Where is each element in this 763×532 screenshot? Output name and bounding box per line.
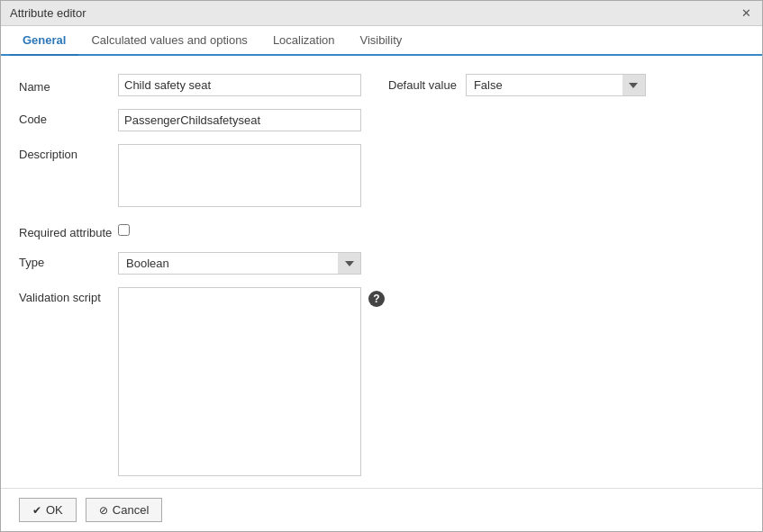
type-select-wrapper: Boolean String Integer Float Date bbox=[118, 252, 361, 275]
description-textarea[interactable] bbox=[118, 144, 361, 207]
help-icon[interactable]: ? bbox=[368, 291, 385, 307]
validation-script-wrapper: ? bbox=[118, 287, 385, 476]
cancel-label: Cancel bbox=[113, 503, 149, 517]
dialog-title: Attribute editor bbox=[10, 6, 86, 20]
footer: ✔ OK ⊘ Cancel bbox=[1, 488, 762, 531]
attribute-editor-dialog: Attribute editor ✕ General Calculated va… bbox=[0, 0, 763, 532]
close-button[interactable]: ✕ bbox=[740, 6, 753, 20]
code-row: Code bbox=[19, 109, 744, 131]
validation-script-textarea[interactable] bbox=[118, 287, 361, 476]
tab-visibility[interactable]: Visibility bbox=[348, 26, 415, 56]
tab-bar: General Calculated values and options Lo… bbox=[1, 26, 762, 56]
tab-general[interactable]: General bbox=[10, 26, 78, 56]
validation-script-label: Validation script bbox=[19, 287, 118, 304]
name-label: Name bbox=[19, 77, 118, 94]
ok-label: OK bbox=[46, 503, 63, 517]
code-input[interactable] bbox=[118, 109, 361, 131]
required-row: Required attribute bbox=[19, 222, 744, 239]
default-value-label: Default value bbox=[388, 78, 457, 92]
description-field-wrapper bbox=[118, 144, 361, 210]
name-row: Name Default value False True bbox=[19, 74, 744, 96]
required-checkbox-wrapper bbox=[118, 222, 361, 236]
type-select[interactable]: Boolean String Integer Float Date bbox=[118, 252, 361, 275]
code-label: Code bbox=[19, 109, 118, 126]
code-field-wrapper bbox=[118, 109, 361, 131]
description-row: Description bbox=[19, 144, 744, 210]
validation-script-row: Validation script ? bbox=[19, 287, 744, 476]
ok-icon: ✔ bbox=[32, 504, 41, 517]
required-label: Required attribute bbox=[19, 222, 118, 239]
form-content: Name Default value False True Code bbox=[1, 56, 762, 488]
required-checkbox[interactable] bbox=[118, 224, 130, 236]
description-label: Description bbox=[19, 144, 118, 161]
tab-calculated[interactable]: Calculated values and options bbox=[78, 26, 259, 56]
default-value-section: Default value False True bbox=[388, 74, 646, 96]
cancel-icon: ⊘ bbox=[99, 504, 108, 517]
type-label: Type bbox=[19, 252, 118, 269]
name-input[interactable] bbox=[118, 74, 361, 96]
default-value-select-wrapper: False True bbox=[466, 74, 646, 96]
title-bar: Attribute editor ✕ bbox=[1, 1, 762, 26]
cancel-button[interactable]: ⊘ Cancel bbox=[86, 498, 162, 522]
ok-button[interactable]: ✔ OK bbox=[19, 498, 77, 522]
tab-localization[interactable]: Localization bbox=[260, 26, 348, 56]
type-row: Type Boolean String Integer Float Date bbox=[19, 252, 744, 275]
default-value-select[interactable]: False True bbox=[466, 74, 646, 96]
name-field-wrapper bbox=[118, 74, 361, 96]
